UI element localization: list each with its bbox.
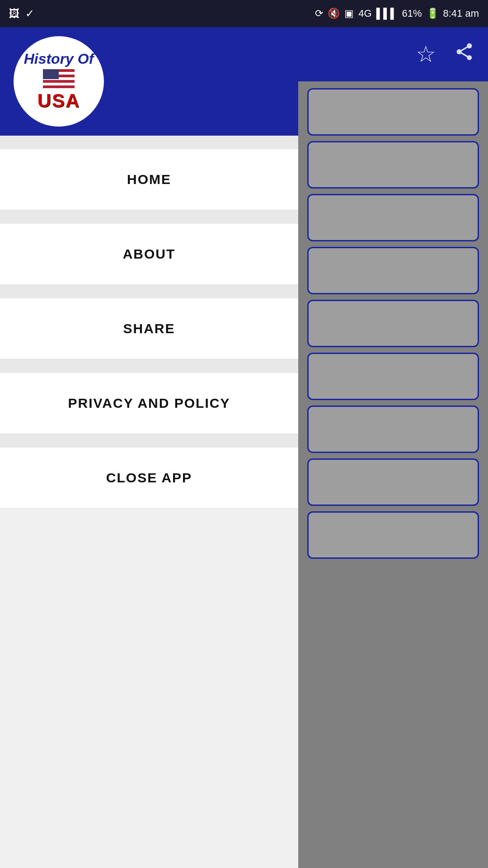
drawer-header: History Of USA xyxy=(0,27,298,136)
content-cards xyxy=(298,81,488,571)
battery-label: 61% xyxy=(402,8,422,19)
content-top-bar: ☆ xyxy=(298,27,488,81)
status-left: 🖼 ✓ xyxy=(9,7,34,20)
menu-close-label: CLOSE APP xyxy=(106,470,192,486)
content-card-8[interactable] xyxy=(307,458,479,506)
content-panel: ☆ xyxy=(298,27,488,868)
logo-history-of-text: History Of xyxy=(24,51,94,67)
image-icon: 🖼 xyxy=(9,7,20,20)
content-card-9[interactable] xyxy=(307,511,479,559)
menu-home-label: HOME xyxy=(127,172,171,187)
content-card-4[interactable] xyxy=(307,247,479,294)
share-button[interactable] xyxy=(454,41,474,67)
content-card-1[interactable] xyxy=(307,88,479,136)
navigation-drawer: History Of USA xyxy=(0,27,298,868)
menu-item-share[interactable]: SHARE xyxy=(0,298,298,359)
separator-2 xyxy=(0,285,298,298)
app-logo: History Of USA xyxy=(14,36,104,127)
menu-privacy-label: PRIVACY AND POLICY xyxy=(68,396,230,411)
favorite-button[interactable]: ☆ xyxy=(416,41,436,67)
sim-icon: ▣ xyxy=(344,8,354,19)
app-container: History Of USA xyxy=(0,27,488,868)
separator-3 xyxy=(0,359,298,373)
menu-share-label: SHARE xyxy=(123,321,175,336)
signal-label: 4G xyxy=(358,8,371,19)
signal-bars-icon: ▌▌▌ xyxy=(376,8,398,19)
menu-item-close[interactable]: CLOSE APP xyxy=(0,448,298,509)
content-card-6[interactable] xyxy=(307,353,479,400)
logo-usa-text: USA xyxy=(38,90,80,112)
status-right: ⟳ 🔇 ▣ 4G ▌▌▌ 61% 🔋 8:41 am xyxy=(315,8,479,19)
usa-flag-icon xyxy=(43,69,75,88)
content-card-3[interactable] xyxy=(307,194,479,241)
menu-item-privacy[interactable]: PRIVACY AND POLICY xyxy=(0,373,298,434)
menu-about-label: ABOUT xyxy=(123,246,176,262)
separator-1 xyxy=(0,210,298,224)
sync-icon: ⟳ xyxy=(315,8,323,19)
menu-item-home[interactable]: HOME xyxy=(0,149,298,210)
content-card-5[interactable] xyxy=(307,300,479,347)
mute-icon: 🔇 xyxy=(328,8,340,19)
status-bar: 🖼 ✓ ⟳ 🔇 ▣ 4G ▌▌▌ 61% 🔋 8:41 am xyxy=(0,0,488,27)
separator-4 xyxy=(0,434,298,448)
separator-top xyxy=(0,136,298,149)
menu-item-about[interactable]: ABOUT xyxy=(0,224,298,285)
time-label: 8:41 am xyxy=(443,8,479,19)
content-card-2[interactable] xyxy=(307,141,479,189)
check-icon: ✓ xyxy=(25,7,34,20)
menu-section: HOME ABOUT SHARE PRIVACY AND POLICY CLOS… xyxy=(0,136,298,868)
content-card-7[interactable] xyxy=(307,406,479,453)
battery-icon: 🔋 xyxy=(427,8,439,19)
